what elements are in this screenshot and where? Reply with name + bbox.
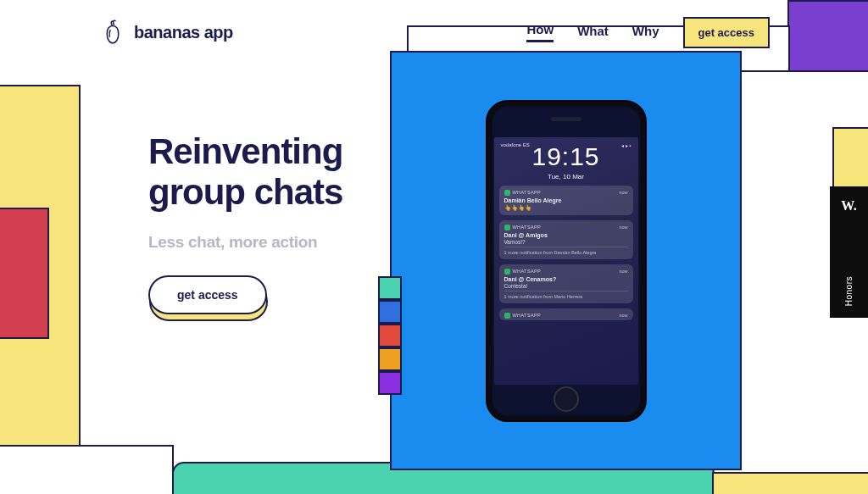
swatch-red[interactable]	[378, 324, 402, 347]
notif-app: WHATSAPP	[504, 313, 542, 319]
hero-title: Reinventing group chats	[148, 131, 342, 214]
notif-when: now	[619, 190, 627, 195]
hero-get-access-button[interactable]: get access	[148, 275, 267, 314]
phone-date: Tue, 10 Mar	[494, 173, 638, 180]
brand[interactable]: bananas app	[100, 19, 233, 45]
brand-logo-icon	[100, 19, 125, 45]
notif-more: 1 more notification from Damián Bello Al…	[504, 247, 628, 255]
notif-title: Dani @ Amigos	[504, 232, 628, 238]
hero-subtitle: Less chat, more action	[148, 233, 317, 252]
phone-speaker	[551, 117, 581, 121]
nav-link-why[interactable]: Why	[632, 24, 659, 42]
nav-get-access-button[interactable]: get access	[683, 17, 771, 48]
notif-app: WHATSAPP	[504, 269, 542, 275]
phone-status-bar: vodafone ES ◂ ▸ ▪	[494, 137, 638, 150]
notif-body: 👆👆👆👆	[504, 204, 628, 211]
notif-body: Vamos!?	[504, 239, 628, 245]
notification: WHATSAPPnow Dani @ Amigos Vamos!? 1 more…	[499, 220, 633, 259]
notif-title: Dani @ Cenamos?	[504, 276, 628, 282]
notification: WHATSAPPnow Dani @ Cenamos? Contesta! 1 …	[499, 264, 633, 303]
notification: WHATSAPPnow Damián Bello Alegre 👆👆👆👆	[499, 186, 633, 215]
awwwards-label: Honors	[844, 276, 854, 306]
awwwards-mark: W.	[841, 198, 857, 214]
swatch-blue[interactable]	[378, 300, 402, 324]
swatch-purple[interactable]	[378, 371, 402, 395]
decor-white-bottom-left	[0, 445, 174, 494]
notif-when: now	[619, 269, 627, 274]
notif-when: now	[619, 313, 627, 318]
notif-title: Damián Bello Alegre	[504, 197, 628, 203]
awwwards-badge[interactable]: W. Honors	[830, 186, 868, 318]
swatch-orange[interactable]	[378, 347, 402, 371]
notif-app: WHATSAPP	[504, 225, 542, 230]
notif-when: now	[619, 225, 627, 230]
header: bananas app How What Why get access	[100, 15, 770, 49]
swatch-teal[interactable]	[378, 276, 402, 300]
hero-cta-wrap: get access	[148, 275, 267, 314]
phone-mockup: vodafone ES ◂ ▸ ▪ 19:15 Tue, 10 Mar WHAT…	[486, 100, 647, 422]
notif-body: Contesta!	[504, 283, 628, 289]
hero-title-line2: group chats	[148, 172, 342, 212]
notification: WHATSAPPnow	[499, 308, 633, 320]
hero-image-card: vodafone ES ◂ ▸ ▪ 19:15 Tue, 10 Mar WHAT…	[390, 51, 742, 470]
decor-yellow-bottom-right	[712, 472, 868, 494]
decor-purple-top-right	[787, 0, 868, 72]
nav: How What Why get access	[526, 17, 770, 48]
brand-name: bananas app	[134, 23, 233, 42]
phone-screen: vodafone ES ◂ ▸ ▪ 19:15 Tue, 10 Mar WHAT…	[494, 137, 638, 385]
phone-status-icons: ◂ ▸ ▪	[621, 142, 631, 148]
phone-home-button	[554, 386, 579, 412]
notif-app: WHATSAPP	[504, 190, 542, 196]
nav-link-what[interactable]: What	[577, 24, 609, 42]
nav-link-how[interactable]: How	[526, 22, 554, 42]
hero-title-line1: Reinventing	[148, 131, 342, 171]
color-palette	[378, 276, 402, 395]
notif-more: 1 more notification from Mario Herrera	[504, 291, 628, 299]
decor-red-left	[0, 208, 49, 339]
phone-carrier: vodafone ES	[501, 142, 530, 148]
